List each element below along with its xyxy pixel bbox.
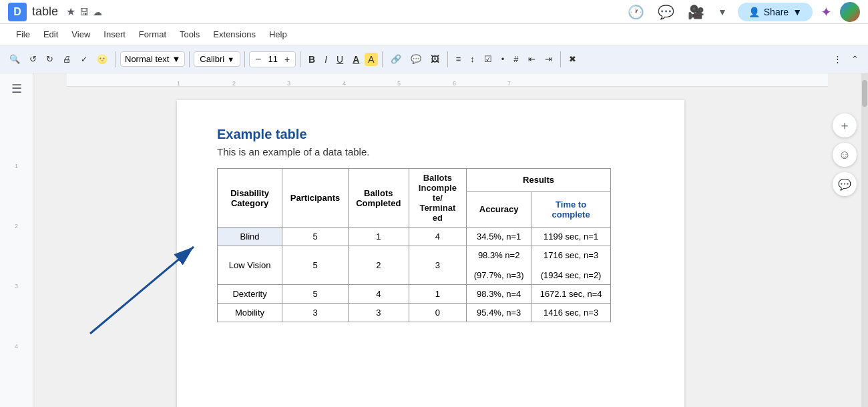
menu-insert[interactable]: Insert [98,27,131,42]
toolbar: 🔍 ↺ ↻ 🖨 ✓ 🌝 Normal text ▼ Calibri ▼ − 11… [0,45,868,73]
clear-format-button[interactable]: ✖ [565,51,580,67]
image-button[interactable]: 🖼 [427,51,443,67]
italic-button[interactable]: I [320,51,331,67]
bold-button[interactable]: B [304,51,319,67]
doc-icon-letter: D [13,6,21,18]
th-accuracy: Accuracy [467,191,531,227]
save-icon[interactable]: 🖫 [79,7,89,17]
history-button[interactable]: 🕐 [625,1,647,23]
separator-4 [300,51,300,67]
increase-indent-button[interactable]: ⇥ [541,51,556,67]
font-size-decrease[interactable]: − [252,53,264,65]
align-button[interactable]: ≡ [452,51,465,67]
ruler-top: 1 2 3 4 5 6 7 [67,73,828,87]
separator-1 [116,51,116,67]
scrollbar[interactable] [861,73,868,407]
spellcheck-button[interactable]: ✓ [77,52,91,67]
menu-extensions[interactable]: Extensions [208,27,261,42]
user-avatar[interactable] [840,2,860,22]
arrow-annotation [70,220,217,354]
scroll-thumb[interactable] [862,80,867,107]
font-arrow: ▼ [227,55,234,63]
menu-edit[interactable]: Edit [38,27,63,42]
separator-7 [560,51,561,67]
separator-5 [382,51,383,67]
document-page: Example table This is an example of a da… [177,100,684,407]
font-label: Calibri [200,54,224,64]
td-blind-accuracy: 34.5%, n=1 [467,228,531,246]
data-table: DisabilityCategory Participants BallotsC… [217,168,611,322]
comments-button[interactable]: 💬 [655,1,677,23]
link-button[interactable]: 🔗 [387,51,405,67]
left-gutter: ☰ 1 2 3 4 [0,73,33,407]
paint-format-button[interactable]: 🌝 [93,51,112,67]
th-results: Results [467,169,611,192]
print-button[interactable]: 🖨 [59,51,75,67]
undo-button[interactable]: ↺ [25,51,41,67]
td-lowvision-category: Low Vision [218,246,282,285]
td-dexterity-time: 1672.1 sec, n=4 [531,285,611,304]
gemini-button[interactable]: ✦ [821,4,832,20]
search-button[interactable]: 🔍 [5,51,24,67]
document-subtext: This is an example of a data table. [217,146,644,157]
font-size-value[interactable]: 11 [265,54,280,64]
checklist-button[interactable]: ☑ [480,51,496,67]
td-mobility-participants: 3 [282,304,349,322]
meet-arrow[interactable]: ▼ [715,4,730,20]
td-mobility-completed: 3 [348,304,409,322]
line-spacing-button[interactable]: ↕ [466,51,479,67]
td-mobility-category: Mobility [218,304,282,322]
td-lowvision-time: 1716 sec, n=3(1934 sec, n=2) [531,246,611,285]
text-color-button[interactable]: A [349,51,363,67]
td-lowvision-participants: 5 [282,246,349,285]
outline-toggle[interactable]: ☰ [11,81,22,96]
separator-3 [244,51,245,67]
menu-help[interactable]: Help [264,27,292,42]
bullet-list-button[interactable]: • [497,51,509,67]
highlight-button[interactable]: A [365,53,377,66]
add-emoji-button[interactable]: ☺ [833,143,857,167]
underline-button[interactable]: U [333,51,347,67]
menu-format[interactable]: Format [134,27,172,42]
separator-2 [189,51,190,67]
redo-button[interactable]: ↻ [42,51,57,67]
table-row-blind: Blind 5 1 4 34.5%, n=1 1199 sec, n=1 [218,228,611,246]
td-dexterity-incomplete: 1 [409,285,466,304]
th-participants: Participants [282,169,349,228]
paragraph-style-select[interactable]: Normal text ▼ [120,51,185,67]
ruler-marks: 1 2 3 4 [15,109,18,350]
decrease-indent-button[interactable]: ⇤ [524,51,539,67]
menu-view[interactable]: View [66,27,95,42]
td-lowvision-accuracy: 98.3% n=2(97.7%, n=3) [467,246,531,285]
th-time: Time tocomplete [531,191,611,227]
numbered-list-button[interactable]: # [509,51,522,67]
add-note-button[interactable]: 💬 [833,172,857,196]
content-area: ☰ 1 2 3 4 1 2 3 4 5 6 7 Example table [0,73,868,407]
meet-button[interactable]: 🎥 [685,1,707,23]
cloud-icon[interactable]: ☁ [93,7,102,17]
font-size-increase[interactable]: + [282,54,292,65]
menu-tools[interactable]: Tools [174,27,205,42]
font-select[interactable]: Calibri ▼ [194,51,240,67]
td-dexterity-category: Dexterity [218,285,282,304]
td-dexterity-completed: 4 [348,285,409,304]
share-label: Share [764,7,789,17]
document-title[interactable]: table [32,5,58,19]
separator-6 [447,51,448,67]
td-mobility-time: 1416 sec, n=3 [531,304,611,322]
share-button[interactable]: 👤 Share ▼ [738,3,813,21]
star-icon[interactable]: ★ [66,5,75,18]
td-lowvision-incomplete: 3 [409,246,466,285]
td-blind-category: Blind [218,228,282,246]
app-icon: D [8,3,27,21]
more-options-button[interactable]: ⋮ [829,51,846,67]
comment-button[interactable]: 💬 [407,51,425,67]
collapse-toolbar-button[interactable]: ⌃ [847,51,863,67]
add-comment-button[interactable]: ＋ [833,113,857,137]
menu-file[interactable]: File [11,27,35,42]
top-right-actions: 🕐 💬 🎥 ▼ 👤 Share ▼ ✦ [625,1,860,23]
title-icons: ★ 🖫 ☁ [66,5,102,18]
document-heading: Example table [217,127,644,142]
td-blind-participants: 5 [282,228,349,246]
page-area: 1 2 3 4 5 6 7 Example table This is an e… [33,73,828,407]
